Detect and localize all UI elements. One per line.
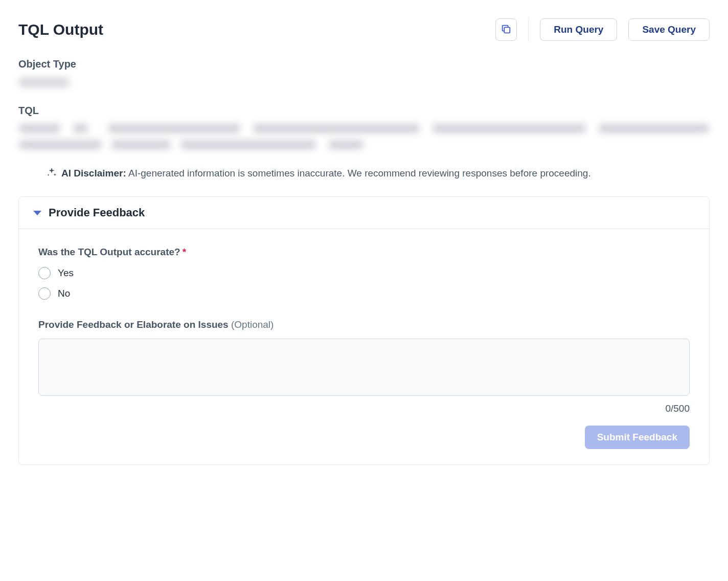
caret-down-icon [33,211,41,215]
optional-hint: (Optional) [231,319,274,330]
elaborate-label-text: Provide Feedback or Elaborate on Issues [38,319,229,330]
elaborate-label: Provide Feedback or Elaborate on Issues … [38,319,690,330]
submit-row: Submit Feedback [38,426,690,449]
feedback-panel: Provide Feedback Was the TQL Output accu… [18,196,710,465]
copy-button[interactable] [495,18,517,41]
char-count: 0/500 [38,403,690,414]
ai-disclaimer: AI Disclaimer: AI-generated information … [18,167,710,180]
disclaimer-body: AI-generated information is sometimes in… [126,168,591,178]
sparkle-icon [46,167,57,180]
divider [528,17,529,42]
radio-option-yes[interactable]: Yes [38,267,690,279]
radio-label-no: No [58,288,70,299]
radio-icon [38,287,51,300]
header: TQL Output Run Query Save Query [18,17,710,42]
feedback-panel-title: Provide Feedback [49,206,145,219]
object-type-value-redacted [18,77,70,87]
tql-label: TQL [18,105,710,117]
radio-icon [38,267,51,279]
page-title: TQL Output [18,21,103,38]
feedback-panel-toggle[interactable]: Provide Feedback [19,197,709,229]
object-type-label: Object Type [18,58,710,70]
copy-icon [500,24,512,36]
submit-feedback-button[interactable]: Submit Feedback [585,426,690,449]
feedback-body: Was the TQL Output accurate?* Yes No Pro… [19,229,709,464]
feedback-textarea[interactable] [38,339,690,396]
radio-option-no[interactable]: No [38,287,690,300]
header-actions: Run Query Save Query [495,17,710,42]
run-query-button[interactable]: Run Query [540,18,617,41]
tql-content-redacted [18,124,710,133]
tql-content-redacted [18,140,364,149]
save-query-button[interactable]: Save Query [628,18,710,41]
accuracy-question-text: Was the TQL Output accurate? [38,247,180,257]
required-mark: * [183,247,186,257]
radio-label-yes: Yes [58,267,74,279]
disclaimer-text: AI Disclaimer: AI-generated information … [61,168,591,179]
svg-rect-0 [505,27,510,33]
disclaimer-prefix: AI Disclaimer: [61,168,126,178]
accuracy-question: Was the TQL Output accurate?* [38,247,690,258]
